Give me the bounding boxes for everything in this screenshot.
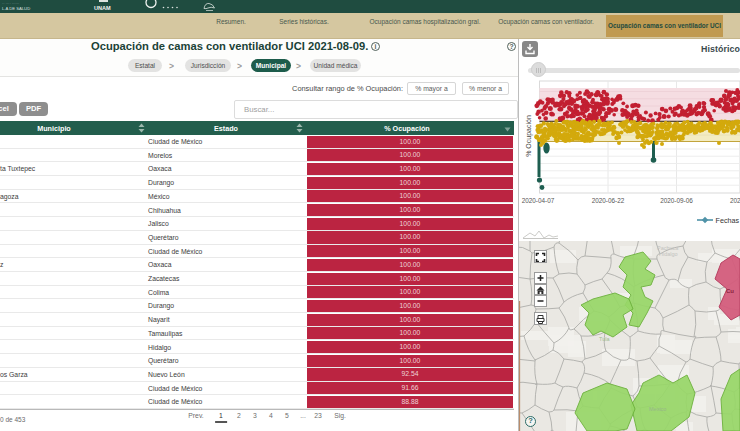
svg-text:2020-06-22: 2020-06-22 [592,197,625,204]
svg-text:Mexico: Mexico [649,406,666,412]
svg-text:Tula: Tula [599,336,610,342]
svg-text:Hidalgo: Hidalgo [659,251,678,257]
svg-text:UNAM: UNAM [94,5,111,11]
svg-text:Fechas: Fechas [716,215,740,224]
svg-text:L.A DE SALUD: L.A DE SALUD [2,6,30,11]
svg-text:% Ocupación: % Ocupación [525,115,533,157]
svg-text:·· ···· ······: ·· ···· ······ [2,2,19,6]
svg-text:2020-04-07: 2020-04-07 [522,197,555,204]
svg-text:Cu: Cu [726,288,734,294]
svg-text:202: 202 [730,197,740,204]
svg-text:2020-09-06: 2020-09-06 [660,197,693,204]
